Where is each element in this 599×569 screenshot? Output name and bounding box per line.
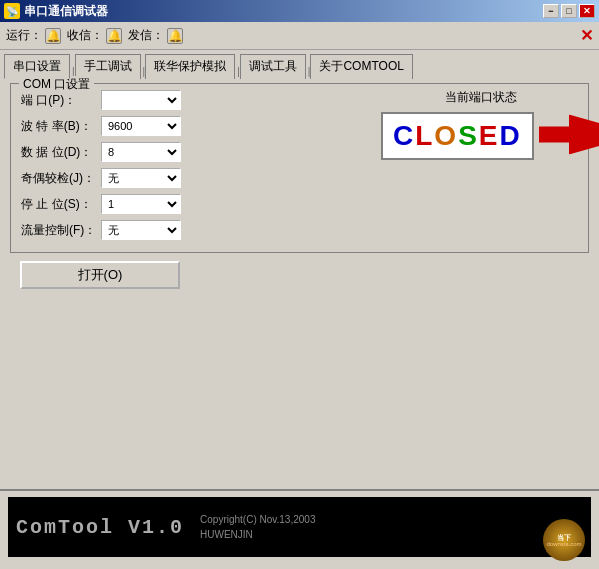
letter-D: D — [500, 120, 522, 151]
letter-O: O — [434, 120, 458, 151]
port-label: 端 口(P)： — [21, 92, 101, 109]
letter-E: E — [479, 120, 500, 151]
app-icon: 📡 — [4, 3, 20, 19]
status-title: 当前端口状态 — [381, 89, 581, 106]
toolbar-close-button[interactable]: ✕ — [580, 26, 593, 45]
flowcontrol-label: 流量控制(F)： — [21, 222, 101, 239]
send-indicator: 发信： 🔔 — [128, 27, 183, 44]
send-icon: 🔔 — [167, 28, 183, 44]
letter-C: C — [393, 120, 415, 151]
recv-indicator: 收信： 🔔 — [67, 27, 122, 44]
parity-row: 奇偶较检(J)： 无 奇 偶 — [21, 168, 578, 188]
flowcontrol-row: 流量控制(F)： 无 硬件 软件 — [21, 220, 578, 240]
run-indicator: 运行： 🔔 — [6, 27, 61, 44]
copyright-line2: HUWENJIN — [200, 527, 315, 542]
closed-status-text: CLOSED — [393, 120, 522, 152]
tab-bar: 串口设置 | 手工调试 | 联华保护模拟 | 调试工具 | 关于COMTOOL — [0, 50, 599, 79]
parity-label: 奇偶较检(J)： — [21, 170, 101, 187]
stopbits-label: 停 止 位(S)： — [21, 196, 101, 213]
open-port-button[interactable]: 打开(O) — [20, 261, 180, 289]
baudrate-select[interactable]: 9600 19200 38400 115200 — [101, 116, 181, 136]
watermark-bottom: downxia.com — [546, 541, 581, 547]
databits-select[interactable]: 8 7 6 5 — [101, 142, 181, 162]
window-controls: − □ ✕ — [543, 4, 595, 18]
copyright-line1: Copyright(C) Nov.13,2003 — [200, 512, 315, 527]
status-panel: 当前端口状态 CLOSED — [381, 89, 581, 160]
port-select[interactable]: COM1 COM2 COM3 COM4 — [101, 90, 181, 110]
footer-banner: ComTool V1.0 Copyright(C) Nov.13,2003 HU… — [8, 497, 591, 557]
minimize-button[interactable]: − — [543, 4, 559, 18]
title-bar: 📡 串口通信调试器 − □ ✕ — [0, 0, 599, 22]
status-box: CLOSED — [381, 112, 534, 160]
tab-debug-tools[interactable]: 调试工具 — [240, 54, 306, 79]
watermark: 当下 downxia.com — [543, 519, 585, 561]
svg-marker-0 — [539, 115, 599, 155]
maximize-button[interactable]: □ — [561, 4, 577, 18]
watermark-container: 当下 downxia.com — [543, 519, 585, 561]
stopbits-select[interactable]: 1 2 — [101, 194, 181, 214]
status-box-wrapper: CLOSED — [381, 112, 534, 160]
watermark-top: 当下 — [557, 534, 571, 541]
arrow-indicator — [539, 115, 599, 158]
send-label: 发信： — [128, 27, 164, 44]
stopbits-row: 停 止 位(S)： 1 2 — [21, 194, 578, 214]
recv-icon: 🔔 — [106, 28, 122, 44]
toolbar: 运行： 🔔 收信： 🔔 发信： 🔔 ✕ — [0, 22, 599, 50]
comtool-logo: ComTool V1.0 — [16, 516, 184, 539]
copyright-text: Copyright(C) Nov.13,2003 HUWENJIN — [200, 512, 315, 542]
logo-text: ComTool V1.0 — [16, 516, 184, 539]
close-window-button[interactable]: ✕ — [579, 4, 595, 18]
databits-label: 数 据 位(D)： — [21, 144, 101, 161]
baudrate-label: 波 特 率(B)： — [21, 118, 101, 135]
letter-L: L — [415, 120, 434, 151]
flowcontrol-select[interactable]: 无 硬件 软件 — [101, 220, 181, 240]
run-icon: 🔔 — [45, 28, 61, 44]
tab-about[interactable]: 关于COMTOOL — [310, 54, 412, 79]
tab-lianhua[interactable]: 联华保护模拟 — [145, 54, 235, 79]
parity-select[interactable]: 无 奇 偶 — [101, 168, 181, 188]
run-label: 运行： — [6, 27, 42, 44]
tab-serial-settings[interactable]: 串口设置 — [4, 54, 70, 79]
footer: ComTool V1.0 Copyright(C) Nov.13,2003 HU… — [0, 489, 599, 569]
window-title: 串口通信调试器 — [24, 3, 108, 20]
main-content: COM 口设置 端 口(P)： COM1 COM2 COM3 COM4 波 特 … — [0, 79, 599, 489]
letter-S: S — [458, 120, 479, 151]
recv-label: 收信： — [67, 27, 103, 44]
